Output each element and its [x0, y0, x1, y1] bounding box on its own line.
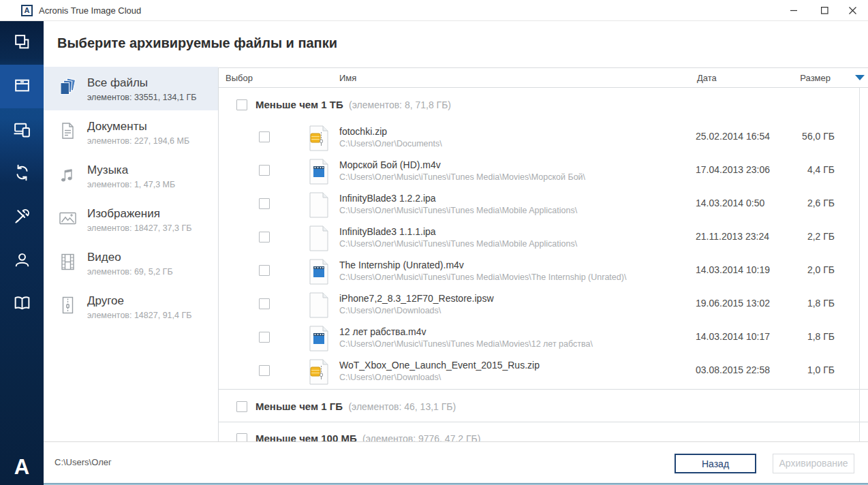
back-button[interactable]: Назад: [675, 454, 756, 473]
category-meta: элементов: 14827, 91,4 ГБ: [87, 311, 191, 320]
file-date: 19.06.2015 13:02: [696, 298, 770, 309]
group-meta: (элементов: 9776, 47,2 ГБ): [362, 433, 480, 441]
file-path: C:\Users\Олег\Music\iTunes\iTunes Media\…: [339, 239, 577, 249]
file-path: C:\Users\Олег\Music\iTunes\iTunes Media\…: [339, 272, 626, 282]
video-file-icon: [309, 159, 329, 185]
category-label: Видео: [87, 251, 121, 264]
category-meta: элементов: 227, 194,6 МБ: [87, 136, 189, 146]
account-icon: [13, 251, 31, 272]
video-file-icon: [309, 326, 329, 351]
file-name: fotochki.zip: [339, 126, 387, 137]
file-name: iPhone7,2_8.3_12F70_Restore.ipsw: [339, 293, 494, 304]
file-checkbox[interactable]: [259, 131, 270, 142]
column-header-select: Выбор: [226, 73, 253, 83]
file-size: 2,0 ГБ: [807, 264, 835, 275]
video-file-icon: [309, 259, 329, 285]
file-name: WoT_Xbox_One_Launch_Event_2015_Rus.zip: [339, 360, 540, 371]
file-row[interactable]: InfinityBlade3 1.1.1.ipa C:\Users\Олег\M…: [219, 222, 868, 255]
zip-file-icon: [309, 359, 329, 385]
category-meta: элементов: 33551, 134,1 ГБ: [87, 93, 196, 102]
file-size: 2,6 ГБ: [807, 198, 835, 208]
group-checkbox[interactable]: [236, 433, 247, 441]
acronis-logo: A: [0, 455, 44, 480]
group-label: Меньше чем 1 ТБ (элементов: 8, 71,8 ГБ): [255, 99, 451, 110]
sort-dropdown-caret[interactable]: [855, 75, 865, 80]
document-icon: [58, 121, 78, 141]
file-size: 1,8 ГБ: [807, 298, 835, 309]
file-size: 1,8 ГБ: [807, 331, 835, 342]
nav-sync[interactable]: [0, 152, 44, 195]
nav-tools[interactable]: [0, 195, 44, 239]
category-other[interactable]: Другое элементов: 14827, 91,4 ГБ: [44, 285, 218, 328]
sync-icon: [13, 163, 31, 185]
file-size: 1,0 ГБ: [807, 364, 835, 375]
file-size: 4,4 ГБ: [807, 164, 835, 175]
file-date: 14.03.2014 10:19: [696, 264, 770, 275]
generic-file-icon: [309, 292, 329, 318]
music-note-icon: [58, 165, 78, 185]
nav-account[interactable]: [0, 239, 44, 283]
file-row[interactable]: iPhone7,2_8.3_12F70_Restore.ipsw C:\User…: [219, 289, 868, 322]
file-date: 17.04.2013 23:06: [696, 164, 770, 175]
group-checkbox[interactable]: [236, 99, 247, 110]
group-checkbox[interactable]: [236, 401, 247, 412]
file-date: 14.03.2014 0:50: [696, 198, 764, 208]
scrollbar-track[interactable]: [859, 88, 860, 441]
nav-archive[interactable]: [0, 65, 44, 108]
category-images[interactable]: Изображения элементов: 18427, 37,3 ГБ: [44, 198, 218, 241]
titlebar: A Acronis True Image Cloud: [0, 0, 868, 21]
archive-button[interactable]: Архивирование: [773, 454, 854, 473]
category-meta: элементов: 18427, 37,3 ГБ: [87, 223, 191, 233]
file-row[interactable]: WoT_Xbox_One_Launch_Event_2015_Rus.zip C…: [219, 356, 868, 389]
file-checkbox[interactable]: [259, 332, 270, 343]
file-checkbox[interactable]: [259, 165, 270, 176]
category-list: Все файлы элементов: 33551, 134,1 ГБ Док…: [44, 67, 218, 328]
file-row[interactable]: fotochki.zip C:\Users\Олег\Documents\ 25…: [219, 122, 868, 155]
group-meta: (элементов: 8, 71,8 ГБ): [349, 99, 451, 110]
close-button[interactable]: [837, 0, 868, 21]
file-checkbox[interactable]: [259, 298, 270, 309]
file-date: 25.02.2014 16:54: [696, 131, 770, 142]
nav-backup[interactable]: [0, 21, 44, 65]
file-checkbox[interactable]: [259, 198, 270, 209]
zip-file-icon: [309, 125, 329, 151]
devices-icon: [13, 120, 31, 141]
file-row[interactable]: InfinityBlade3 1.2.2.ipa C:\Users\Олег\M…: [219, 189, 868, 222]
group-label: Меньше чем 1 ГБ (элементов: 46, 13,1 ГБ): [255, 401, 456, 412]
file-row[interactable]: 12 лет рабства.m4v C:\Users\Олег\Music\i…: [219, 322, 868, 356]
files-stack-icon: [58, 78, 78, 97]
file-row[interactable]: Морской Бой (HD).m4v C:\Users\Олег\Music…: [219, 155, 868, 189]
nav-devices[interactable]: [0, 108, 44, 152]
maximize-button[interactable]: [809, 0, 840, 21]
group-row-less-1tb: Меньше чем 1 ТБ (элементов: 8, 71,8 ГБ): [219, 88, 868, 122]
group-row-less-100mb: Меньше чем 100 МБ (элементов: 9776, 47,2…: [219, 422, 868, 440]
group-meta: (элементов: 46, 13,1 ГБ): [348, 401, 456, 412]
minimize-button[interactable]: [779, 0, 809, 21]
tools-icon: [13, 207, 31, 228]
category-meta: элементов: 69, 5,2 ГБ: [87, 267, 173, 277]
table-header: Выбор Имя Дата Размер: [219, 68, 868, 88]
file-checkbox[interactable]: [259, 365, 270, 376]
file-date: 21.11.2013 23:24: [696, 231, 769, 242]
acronis-app-icon: A: [21, 5, 33, 16]
file-checkbox[interactable]: [259, 232, 270, 242]
category-label: Все файлы: [87, 76, 148, 90]
generic-file-icon: [309, 225, 329, 251]
category-label: Изображения: [87, 207, 160, 221]
file-size: 56,0 ГБ: [802, 131, 835, 142]
category-label: Документы: [87, 120, 147, 134]
category-all-files[interactable]: Все файлы элементов: 33551, 134,1 ГБ: [44, 67, 218, 110]
zip-file-icon: [58, 296, 78, 315]
nav-help[interactable]: [0, 283, 44, 326]
category-documents[interactable]: Документы элементов: 227, 194,6 МБ: [44, 110, 218, 154]
file-size: 2,2 ГБ: [807, 231, 835, 242]
file-path: C:\Users\Олег\Documents\: [339, 139, 442, 148]
category-video[interactable]: Видео элементов: 69, 5,2 ГБ: [44, 241, 218, 285]
file-date: 14.03.2014 10:17: [696, 331, 770, 342]
file-checkbox[interactable]: [259, 265, 270, 276]
file-row[interactable]: The Internship (Unrated).m4v C:\Users\Ол…: [219, 255, 868, 289]
main-panel: Выберите архивируемые файлы и папки Все …: [44, 21, 868, 485]
category-music[interactable]: Музыка элементов: 1, 47,3 МБ: [44, 154, 218, 198]
column-header-size: Размер: [800, 73, 831, 83]
category-meta: элементов: 1, 47,3 МБ: [87, 180, 175, 189]
